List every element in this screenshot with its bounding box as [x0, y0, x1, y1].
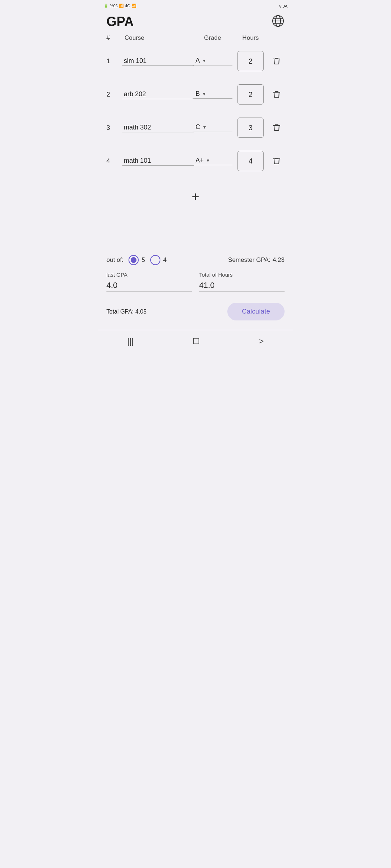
chevron-down-icon: ▼: [202, 92, 206, 97]
last-gpa-input[interactable]: [106, 279, 192, 292]
calculate-button[interactable]: Calculate: [227, 303, 285, 320]
col-hours: Hours: [232, 34, 269, 42]
grade-selector-3[interactable]: C ▼: [193, 123, 232, 132]
course-name-wrapper-3[interactable]: [121, 123, 193, 132]
row-num-1: 1: [106, 58, 121, 65]
course-name-input-4[interactable]: [122, 156, 194, 166]
hours-input-1[interactable]: [238, 57, 263, 65]
radio-option-4[interactable]: 4: [150, 255, 167, 265]
total-hours-group: Total of Hours: [199, 272, 285, 292]
total-row: Total GPA: 4.05 Calculate: [106, 295, 285, 326]
radio-5[interactable]: [129, 255, 139, 265]
table-row: 3 C ▼: [104, 111, 287, 144]
chevron-down-icon: ▼: [202, 58, 206, 63]
status-right-text: V:0A: [279, 4, 287, 8]
status-left: 🔋 %0£ 📶 4G 📶: [104, 4, 136, 8]
delete-button-2[interactable]: [269, 90, 285, 99]
grade-selector-4[interactable]: A+ ▼: [193, 157, 232, 165]
chevron-down-icon: ▼: [206, 158, 210, 163]
nav-bar: ||| ☐ >: [98, 330, 293, 352]
last-gpa-label: last GPA: [106, 272, 192, 278]
course-name-input-3[interactable]: [122, 123, 194, 132]
total-gpa-display: Total GPA: 4.05: [106, 309, 147, 315]
total-gpa-value: 4.05: [135, 309, 147, 315]
table-row: 2 B ▼: [104, 78, 287, 111]
grade-value-1: A: [196, 57, 200, 64]
table-row: 4 A+ ▼: [104, 144, 287, 178]
radio-4[interactable]: [150, 255, 160, 265]
course-name-wrapper-2[interactable]: [121, 90, 193, 99]
grade-value-3: C: [196, 123, 200, 131]
globe-icon[interactable]: [272, 14, 285, 29]
nav-home-button[interactable]: ☐: [193, 337, 200, 346]
grade-value-2: B: [196, 90, 200, 98]
chevron-down-icon: ▼: [202, 125, 207, 130]
last-gpa-group: last GPA: [106, 272, 192, 292]
course-list: 1 A ▼ 2 B ▼: [98, 44, 293, 178]
nav-back-button[interactable]: |||: [127, 337, 134, 346]
delete-button-1[interactable]: [269, 57, 285, 65]
course-name-wrapper-4[interactable]: [121, 156, 193, 166]
total-hours-input[interactable]: [199, 279, 285, 292]
header: GPA: [98, 10, 293, 34]
status-right: V:0A: [279, 4, 287, 8]
col-num: #: [106, 34, 121, 42]
hours-box-1[interactable]: [237, 51, 264, 71]
delete-button-4[interactable]: [269, 157, 285, 165]
nav-forward-button[interactable]: >: [259, 337, 264, 346]
semester-gpa-label: Semester GPA:: [228, 256, 270, 264]
grade-selector-2[interactable]: B ▼: [193, 90, 232, 99]
out-of-label: out of:: [106, 256, 123, 264]
add-course-button[interactable]: +: [186, 188, 205, 206]
col-grade: Grade: [193, 34, 232, 42]
hours-input-2[interactable]: [238, 90, 263, 99]
hours-box-3[interactable]: [237, 118, 264, 138]
semester-gpa-group: Semester GPA: 4.23: [228, 256, 285, 264]
radio-4-label: 4: [163, 256, 167, 264]
grade-value-4: A+: [196, 157, 204, 164]
course-name-input-2[interactable]: [122, 90, 194, 99]
input-row: last GPA Total of Hours: [106, 272, 285, 292]
row-num-3: 3: [106, 124, 121, 132]
bottom-section: out of: 5 4 Semester GPA: 4.23 last GPA …: [98, 249, 293, 326]
table-header: # Course Grade Hours: [98, 34, 293, 42]
radio-5-label: 5: [142, 256, 145, 264]
total-hours-label: Total of Hours: [199, 272, 285, 278]
status-bar: 🔋 %0£ 📶 4G 📶 V:0A: [98, 0, 293, 10]
status-icons: 🔋 %0£ 📶 4G 📶: [104, 4, 136, 8]
hours-input-4[interactable]: [238, 157, 263, 165]
course-name-input-1[interactable]: [122, 56, 194, 66]
col-course: Course: [121, 34, 193, 42]
radio-option-5[interactable]: 5: [129, 255, 145, 265]
total-gpa-label: Total GPA:: [106, 309, 134, 315]
hours-input-3[interactable]: [238, 124, 263, 132]
page-title: GPA: [106, 14, 134, 29]
semester-gpa-value: 4.23: [273, 256, 285, 264]
hours-box-4[interactable]: [237, 151, 264, 171]
table-row: 1 A ▼: [104, 44, 287, 78]
hours-box-2[interactable]: [237, 84, 264, 105]
row-num-4: 4: [106, 157, 121, 165]
course-name-wrapper-1[interactable]: [121, 56, 193, 66]
grade-selector-1[interactable]: A ▼: [193, 57, 232, 65]
add-button-row: +: [98, 178, 293, 213]
row-num-2: 2: [106, 91, 121, 98]
out-of-row: out of: 5 4 Semester GPA: 4.23: [106, 255, 285, 265]
delete-button-3[interactable]: [269, 123, 285, 132]
